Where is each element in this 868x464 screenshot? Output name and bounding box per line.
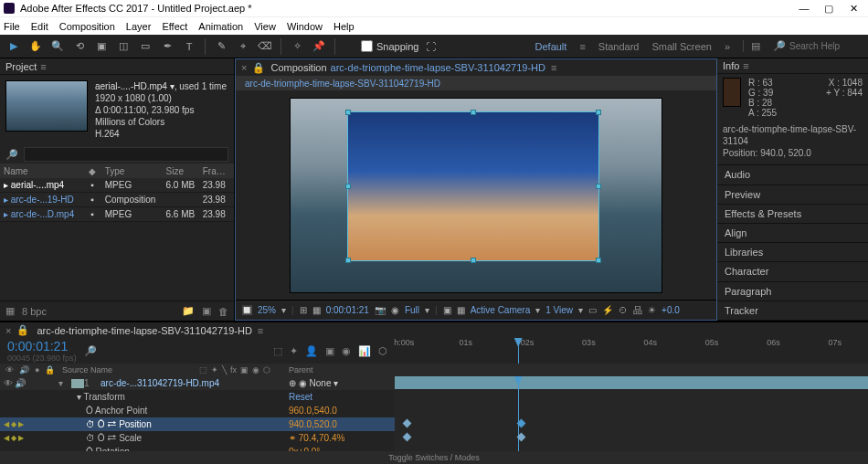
project-search-input[interactable] (24, 147, 228, 162)
lock-icon[interactable]: 🔒 (252, 62, 265, 74)
col-name[interactable]: Name (0, 166, 83, 176)
camera-tool[interactable]: ▣ (93, 38, 110, 55)
eraser-tool[interactable]: ⌫ (257, 38, 273, 55)
composition-viewer[interactable] (236, 90, 716, 300)
project-row[interactable]: ▸ arc-de-...19-HD▪Composition23.98 (0, 193, 234, 207)
menu-animation[interactable]: Animation (198, 21, 243, 32)
motion-blur-icon[interactable]: ◉ (342, 345, 351, 357)
comp-tab-name[interactable]: arc-de-triomphe-time-lapse-SBV-311042719… (331, 62, 545, 73)
workspace-default[interactable]: Default (535, 41, 567, 52)
close-tab-icon[interactable]: × (5, 325, 11, 336)
panel-align[interactable]: Align (717, 224, 868, 243)
time-ruler[interactable]: h:00s 01s 02s 03s 04s 05s 06s 07s (395, 338, 868, 364)
layer-bar[interactable] (395, 376, 868, 389)
menu-file[interactable]: File (4, 21, 20, 32)
menu-composition[interactable]: Composition (59, 21, 115, 32)
hand-tool[interactable]: ✋ (27, 38, 44, 55)
timeline-tab-name[interactable]: arc-de-triomphe-time-lapse-SBV-311042719… (37, 325, 251, 336)
toggle-switches-button[interactable]: Toggle Switches / Modes (388, 453, 480, 462)
orbit-tool[interactable]: ⟲ (71, 38, 88, 55)
new-folder-icon[interactable]: 📁 (182, 305, 195, 317)
project-row[interactable]: ▸ aerial-....mp4▪MPEG6.0 MB23.98 (0, 178, 234, 193)
grid-icon[interactable]: ⊞ (300, 305, 307, 315)
rotation-row[interactable]: Ŏ Rotation0x+0.0° (0, 445, 395, 451)
comp-breadcrumb[interactable]: arc-de-triomphe-time-lapse-SBV-311042719… (245, 79, 440, 89)
layer-row[interactable]: 👁🔊 ▾ 1 arc-de-...311042719-HD.mp4 ⊕ ◉ No… (0, 376, 395, 390)
panel-libraries[interactable]: Libraries (717, 243, 868, 262)
camera-dropdown[interactable]: Active Camera (471, 305, 531, 315)
pan-behind-tool[interactable]: ◫ (115, 38, 132, 55)
menu-window[interactable]: Window (287, 21, 323, 32)
interpret-icon[interactable]: ▦ (5, 305, 15, 317)
panel-paragraph[interactable]: Paragraph (717, 282, 868, 301)
panel-menu-icon[interactable]: ≡ (40, 61, 46, 72)
close-tab-icon[interactable]: × (241, 62, 247, 73)
lock-icon[interactable]: 🔒 (16, 324, 29, 336)
playhead[interactable] (518, 338, 519, 364)
fast-preview-icon[interactable]: ⚡ (602, 305, 613, 315)
panel-audio[interactable]: Audio (717, 165, 868, 185)
bpc-button[interactable]: 8 bpc (22, 306, 47, 317)
draft3d-icon[interactable]: ✦ (290, 345, 298, 357)
keyframe[interactable] (403, 433, 412, 442)
menu-view[interactable]: View (254, 21, 276, 32)
menu-effect[interactable]: Effect (162, 21, 187, 32)
comp-mini-flowchart-icon[interactable]: ⬚ (273, 345, 282, 357)
reset-exposure-icon[interactable]: ☀ (648, 305, 656, 315)
transform-row[interactable]: ▾ Transform Reset (0, 390, 395, 404)
col-type[interactable]: Type (101, 166, 163, 176)
zoom-tool[interactable]: 🔍 (49, 38, 66, 55)
panel-preview[interactable]: Preview (717, 185, 868, 205)
search-icon[interactable]: 🔎 (84, 345, 97, 357)
selected-layer[interactable] (347, 111, 599, 261)
graph-editor-icon[interactable]: 📊 (358, 345, 371, 357)
magnify-icon[interactable]: 🔲 (241, 305, 252, 315)
brainstorm-icon[interactable]: ⬡ (378, 345, 387, 357)
rect-tool[interactable]: ▭ (137, 38, 153, 55)
pixel-aspect-icon[interactable]: ▭ (588, 305, 597, 315)
search-help-input[interactable] (789, 41, 863, 51)
exposure-value[interactable]: +0.0 (662, 305, 680, 315)
resolution-dropdown[interactable]: Full (405, 305, 419, 315)
close-button[interactable]: ✕ (842, 3, 864, 15)
menu-layer[interactable]: Layer (126, 21, 152, 32)
roi-icon[interactable]: ▣ (443, 305, 451, 315)
snap-opts-icon[interactable]: ⛶ (423, 38, 439, 55)
col-size[interactable]: Size (162, 166, 198, 176)
mask-icon[interactable]: ▦ (312, 305, 321, 315)
shy-icon[interactable]: 👤 (305, 345, 318, 357)
new-comp-icon[interactable]: ▣ (202, 305, 211, 317)
maximize-button[interactable]: ▢ (818, 3, 840, 15)
views-dropdown[interactable]: 1 View (545, 305, 573, 315)
panel-character[interactable]: Character (717, 262, 868, 281)
timecode[interactable]: 0:00:01:21 (7, 339, 77, 353)
anchor-point-row[interactable]: Ŏ Anchor Point960.0,540.0 (0, 404, 395, 417)
panel-effects[interactable]: Effects & Presets (717, 205, 868, 224)
puppet-tool[interactable]: 📌 (311, 38, 327, 55)
menu-edit[interactable]: Edit (31, 21, 48, 32)
selection-tool[interactable]: ▶ (5, 38, 22, 55)
clone-tool[interactable]: ⌖ (235, 38, 251, 55)
flowchart-icon[interactable]: 品 (633, 304, 642, 317)
minimize-button[interactable]: — (793, 3, 815, 14)
col-tag[interactable]: ◆ (83, 166, 101, 176)
brush-tool[interactable]: ✎ (213, 38, 229, 55)
keyframe[interactable] (403, 419, 412, 428)
roto-tool[interactable]: ✧ (289, 38, 305, 55)
transparency-icon[interactable]: ▦ (457, 305, 465, 315)
frame-blend-icon[interactable]: ▣ (325, 345, 334, 357)
project-row[interactable]: ▸ arc-de-...D.mp4▪MPEG6.6 MB23.98 (0, 207, 234, 222)
trash-icon[interactable]: 🗑 (218, 306, 228, 317)
menu-help[interactable]: Help (333, 21, 355, 32)
zoom-dropdown[interactable]: 25% (258, 305, 276, 315)
timeline-icon[interactable]: ⏲ (619, 305, 628, 315)
col-frame[interactable]: Frame... (199, 166, 234, 176)
snapshot-icon[interactable]: 📷 (375, 305, 386, 315)
panel-tracker[interactable]: Tracker (717, 301, 868, 321)
workspace-small[interactable]: Small Screen (651, 41, 711, 52)
workspace-standard[interactable]: Standard (598, 41, 640, 52)
time-display[interactable]: 0:00:01:21 (326, 305, 369, 315)
type-tool[interactable]: T (181, 38, 197, 55)
scale-row[interactable]: ◀ ◆ ▶⏱ Ŏ ⮂ Scale⚭ 70.4,70.4% (0, 431, 395, 445)
comp-canvas[interactable] (290, 98, 662, 293)
